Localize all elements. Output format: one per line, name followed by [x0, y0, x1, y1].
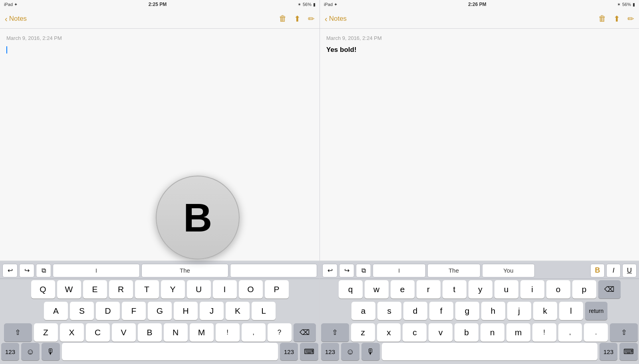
word1-right[interactable]: I — [373, 264, 426, 277]
share-icon-left[interactable]: ⬆ — [294, 14, 301, 24]
note-text-left[interactable] — [6, 45, 313, 57]
key-k-r[interactable]: k — [533, 302, 557, 320]
key-v-r[interactable]: v — [429, 323, 452, 342]
key-v[interactable]: V — [112, 323, 136, 342]
key-question[interactable]: ? — [268, 323, 292, 342]
num-key-right[interactable]: 123 — [321, 343, 339, 360]
key-i[interactable]: I — [213, 280, 237, 299]
key-period-r[interactable]: . — [584, 323, 608, 342]
key-w-r[interactable]: w — [365, 280, 389, 299]
key-a[interactable]: A — [44, 302, 68, 320]
word2-left[interactable]: The — [141, 264, 228, 277]
key-b[interactable]: B — [138, 323, 162, 342]
key-comma-left[interactable]: , — [242, 323, 266, 342]
word1-left[interactable]: I — [53, 264, 140, 277]
key-j[interactable]: J — [200, 302, 224, 320]
italic-format-btn[interactable]: I — [606, 264, 621, 277]
num-key-left[interactable]: 123 — [1, 343, 19, 360]
key-z[interactable]: Z — [34, 323, 58, 342]
key-r-r[interactable]: r — [417, 280, 441, 299]
back-button-right[interactable]: ‹ Notes — [325, 15, 347, 23]
redo-btn-right[interactable]: ↪ — [339, 264, 354, 277]
compose-icon-left[interactable]: ✏ — [308, 14, 315, 24]
delete-key-right[interactable]: ⌫ — [598, 280, 621, 299]
emoji-key-right[interactable]: ☺ — [341, 343, 359, 360]
space-key-left[interactable] — [62, 343, 278, 360]
key-y-r[interactable]: y — [468, 280, 492, 299]
key-exclaim[interactable]: ! — [216, 323, 240, 342]
key-j-r[interactable]: j — [507, 302, 531, 320]
key-t-r[interactable]: t — [443, 280, 466, 299]
trash-icon-left[interactable]: 🗑 — [279, 14, 287, 23]
key-s-r[interactable]: s — [377, 302, 401, 320]
share-icon-right[interactable]: ⬆ — [613, 14, 620, 24]
key-x-r[interactable]: x — [377, 323, 401, 342]
underline-format-btn[interactable]: U — [622, 264, 637, 277]
shift-key-right[interactable]: ⇧ — [321, 323, 349, 342]
key-e-r[interactable]: e — [391, 280, 415, 299]
key-c[interactable]: C — [86, 323, 110, 342]
key-p-r[interactable]: p — [572, 280, 596, 299]
kbd-key-left[interactable]: ⌨ — [300, 343, 318, 360]
key-c-r[interactable]: c — [403, 323, 427, 342]
space-key-right[interactable] — [382, 343, 597, 360]
key-a-r[interactable]: a — [351, 302, 375, 320]
bold-format-btn[interactable]: B — [590, 264, 605, 277]
key-u[interactable]: U — [187, 280, 211, 299]
key-l[interactable]: L — [252, 302, 276, 320]
num-key2-left[interactable]: 123 — [280, 343, 298, 360]
key-p[interactable]: P — [265, 280, 289, 299]
key-d[interactable]: D — [96, 302, 120, 320]
undo-btn-left[interactable]: ↩ — [2, 264, 18, 277]
trash-icon-right[interactable]: 🗑 — [598, 14, 606, 23]
key-m-r[interactable]: m — [506, 323, 530, 342]
note-text-right[interactable]: Yes bold! — [326, 45, 633, 57]
key-exclaim-r[interactable]: ! — [532, 323, 556, 342]
redo-btn-left[interactable]: ↪ — [19, 264, 34, 277]
key-e[interactable]: E — [83, 280, 107, 299]
copy-btn-left[interactable]: ⧉ — [36, 264, 51, 277]
key-z-r[interactable]: z — [351, 323, 375, 342]
key-f[interactable]: F — [122, 302, 146, 320]
num-key2-right[interactable]: 123 — [599, 343, 617, 360]
key-h[interactable]: H — [174, 302, 198, 320]
word3-right[interactable]: You — [482, 264, 535, 277]
compose-icon-right[interactable]: ✏ — [627, 14, 634, 24]
copy-btn-right[interactable]: ⧉ — [356, 264, 371, 277]
delete-key-left[interactable]: ⌫ — [294, 323, 316, 342]
undo-btn-right[interactable]: ↩ — [322, 264, 337, 277]
back-button-left[interactable]: ‹ Notes — [5, 15, 27, 23]
shift-key-left[interactable]: ⇧ — [4, 323, 32, 342]
word2-right[interactable]: The — [427, 264, 480, 277]
key-s[interactable]: S — [70, 302, 94, 320]
key-r[interactable]: R — [109, 280, 133, 299]
note-content-right[interactable]: March 9, 2016, 2:24 PM Yes bold! — [320, 29, 639, 261]
key-d-r[interactable]: d — [403, 302, 427, 320]
key-h-r[interactable]: h — [481, 302, 505, 320]
key-w[interactable]: W — [57, 280, 81, 299]
key-n-r[interactable]: n — [480, 323, 504, 342]
return-key-right[interactable]: return — [585, 302, 608, 320]
kbd-key-right[interactable]: ⌨ — [619, 343, 638, 360]
shift-key2-right[interactable]: ⇧ — [610, 323, 638, 342]
key-b-r[interactable]: b — [454, 323, 478, 342]
key-g[interactable]: G — [148, 302, 172, 320]
key-o[interactable]: O — [239, 280, 263, 299]
key-f-r[interactable]: f — [429, 302, 453, 320]
key-y[interactable]: Y — [161, 280, 185, 299]
key-t[interactable]: T — [135, 280, 159, 299]
emoji-key-left[interactable]: ☺ — [21, 343, 40, 360]
key-q[interactable]: Q — [31, 280, 55, 299]
key-g-r[interactable]: g — [455, 302, 479, 320]
key-n[interactable]: N — [164, 323, 188, 342]
key-l-r[interactable]: l — [559, 302, 583, 320]
key-m[interactable]: M — [190, 323, 214, 342]
word3-left[interactable] — [230, 264, 317, 277]
mic-key-right[interactable]: 🎙 — [361, 343, 380, 360]
key-i-r[interactable]: i — [520, 280, 544, 299]
key-o-r[interactable]: o — [546, 280, 570, 299]
key-q-r[interactable]: q — [339, 280, 363, 299]
key-comma-r[interactable]: , — [558, 323, 582, 342]
key-x[interactable]: X — [60, 323, 84, 342]
key-k[interactable]: K — [226, 302, 250, 320]
